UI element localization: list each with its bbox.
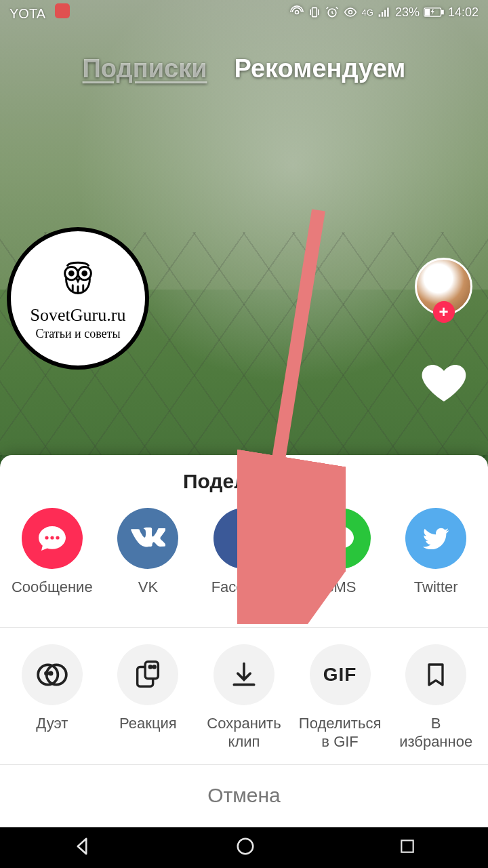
action-react[interactable]: Реакция	[100, 644, 195, 751]
action-duet[interactable]: Дуэт	[5, 644, 100, 751]
author-avatar[interactable]: +	[415, 258, 472, 315]
vibrate-icon	[308, 5, 321, 19]
action-react-label: Реакция	[119, 715, 177, 750]
svg-rect-5	[382, 12, 384, 17]
svg-point-13	[69, 271, 73, 275]
channel-watermark: SovetGuru.ru Статьи и советы	[7, 227, 149, 370]
share-vk[interactable]: VK	[100, 508, 195, 614]
svg-point-18	[56, 536, 59, 540]
action-share-gif[interactable]: GIF Поделиться в GIF	[293, 644, 388, 751]
svg-point-3	[348, 11, 352, 14]
follow-plus-icon[interactable]: +	[433, 301, 455, 323]
download-icon	[214, 644, 274, 705]
network-type-label: 4G	[362, 7, 373, 18]
share-sms[interactable]: SMS	[293, 508, 388, 614]
like-button[interactable]	[417, 356, 471, 410]
facebook-icon	[214, 508, 274, 569]
share-sheet-title: Поделиться	[0, 470, 488, 493]
clock-label: 14:02	[448, 5, 479, 20]
action-gif-label: Поделиться в GIF	[299, 715, 381, 751]
watermark-title: SovetGuru.ru	[30, 305, 126, 326]
watermark-subtitle: Статьи и советы	[35, 327, 120, 341]
svg-rect-4	[379, 14, 381, 16]
status-right: 4G 23% 14:02	[290, 5, 479, 20]
alarm-icon	[325, 5, 339, 19]
action-favorite[interactable]: В избранное	[388, 644, 483, 751]
share-facebook[interactable]: Facebook	[197, 508, 291, 614]
svg-rect-7	[387, 7, 389, 16]
share-twitter-label: Twitter	[414, 578, 458, 614]
video-actions-row: Дуэт Реакция Сохранить клип GIF Поделить…	[0, 627, 488, 765]
share-sms-label: SMS	[324, 578, 357, 614]
svg-point-14	[83, 271, 87, 275]
svg-rect-9	[441, 10, 443, 14]
battery-icon	[424, 7, 444, 18]
react-icon	[117, 644, 178, 705]
signal-icon	[378, 5, 391, 19]
svg-point-16	[45, 536, 48, 540]
share-twitter[interactable]: Twitter	[388, 508, 483, 614]
twitter-icon	[405, 508, 466, 569]
cancel-button[interactable]: Отмена	[0, 765, 488, 827]
svg-rect-24	[146, 662, 159, 679]
action-save-video[interactable]: Сохранить клип	[197, 644, 291, 751]
svg-rect-10	[426, 9, 430, 16]
action-favorite-label: В избранное	[399, 715, 472, 751]
message-icon	[22, 508, 83, 569]
bookmark-icon	[405, 644, 466, 705]
video-side-actions: +	[411, 258, 476, 410]
share-vk-label: VK	[138, 578, 158, 614]
svg-point-25	[150, 666, 152, 668]
battery-percent-label: 23%	[395, 5, 420, 20]
svg-point-27	[238, 839, 253, 854]
share-message-label: Сообщение	[12, 578, 93, 614]
svg-point-17	[50, 536, 54, 540]
share-message[interactable]: Сообщение	[5, 508, 100, 614]
vk-icon	[117, 508, 178, 569]
tab-for-you[interactable]: Рекомендуем	[235, 54, 406, 83]
svg-point-26	[153, 666, 155, 668]
nav-back-button[interactable]	[72, 836, 92, 859]
svg-point-0	[295, 11, 298, 14]
nav-recent-button[interactable]	[399, 837, 416, 858]
hotspot-icon	[290, 5, 304, 19]
nav-home-button[interactable]	[235, 836, 256, 859]
carrier-label: YOTA	[9, 6, 45, 21]
notification-badge-icon	[55, 3, 70, 18]
svg-point-22	[49, 672, 52, 674]
svg-rect-28	[402, 840, 413, 852]
share-targets-row: Сообщение VK Facebook SMS Twitter	[0, 508, 488, 627]
share-facebook-label: Facebook	[211, 578, 277, 614]
status-bar: YOTA 4G 23% 14:02	[0, 0, 488, 24]
action-duet-label: Дуэт	[36, 715, 68, 750]
sms-icon	[310, 508, 371, 569]
svg-rect-1	[312, 7, 317, 16]
android-nav-bar	[0, 827, 488, 868]
owl-icon	[57, 256, 99, 304]
gif-icon: GIF	[310, 644, 371, 705]
tab-following[interactable]: Подписки	[83, 54, 207, 83]
svg-point-21	[45, 672, 47, 674]
svg-rect-6	[384, 10, 386, 17]
action-save-label: Сохранить клип	[207, 715, 281, 751]
share-sheet: Поделиться Сообщение VK Facebook SMS	[0, 455, 488, 827]
duet-icon	[22, 644, 83, 705]
status-left: YOTA	[9, 3, 70, 22]
feed-tabs: Подписки Рекомендуем	[0, 54, 488, 83]
eye-icon	[343, 5, 358, 19]
